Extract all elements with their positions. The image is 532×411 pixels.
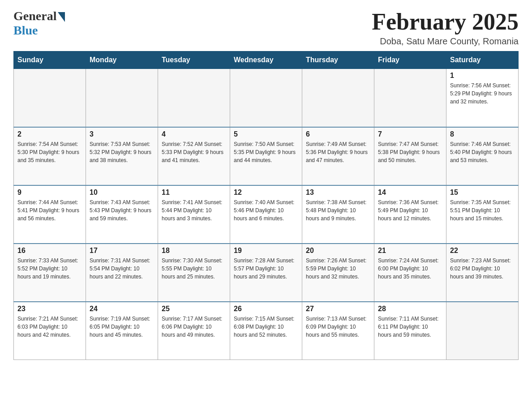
day-number: 14 <box>378 188 442 197</box>
day-info: Sunrise: 7:31 AM Sunset: 5:54 PM Dayligh… <box>90 257 154 281</box>
day-number: 25 <box>162 305 226 313</box>
logo-arrow-icon <box>58 12 65 22</box>
calendar-cell: 21Sunrise: 7:24 AM Sunset: 6:00 PM Dayli… <box>374 244 446 302</box>
day-info: Sunrise: 7:19 AM Sunset: 6:05 PM Dayligh… <box>90 315 154 339</box>
day-number: 16 <box>17 247 82 255</box>
calendar-cell: 27Sunrise: 7:13 AM Sunset: 6:09 PM Dayli… <box>302 302 374 360</box>
day-number: 13 <box>306 188 370 197</box>
calendar-header-row: SundayMondayTuesdayWednesdayThursdayFrid… <box>14 51 519 69</box>
day-number: 5 <box>234 130 298 138</box>
day-number: 12 <box>234 188 298 197</box>
day-number: 15 <box>450 188 515 197</box>
calendar-cell <box>374 69 446 127</box>
calendar-cell: 10Sunrise: 7:43 AM Sunset: 5:43 PM Dayli… <box>86 185 158 244</box>
header-sunday: Sunday <box>14 51 86 69</box>
calendar-week-row: 23Sunrise: 7:21 AM Sunset: 6:03 PM Dayli… <box>14 302 519 360</box>
calendar-cell <box>446 302 519 360</box>
calendar-cell: 4Sunrise: 7:52 AM Sunset: 5:33 PM Daylig… <box>158 127 230 185</box>
day-info: Sunrise: 7:43 AM Sunset: 5:43 PM Dayligh… <box>90 198 154 223</box>
day-number: 7 <box>378 130 442 138</box>
day-number: 21 <box>378 247 442 255</box>
day-number: 19 <box>234 247 298 255</box>
day-number: 11 <box>162 188 226 197</box>
day-info: Sunrise: 7:47 AM Sunset: 5:38 PM Dayligh… <box>378 140 442 164</box>
header-tuesday: Tuesday <box>158 51 230 69</box>
calendar-cell: 6Sunrise: 7:49 AM Sunset: 5:36 PM Daylig… <box>302 127 374 185</box>
day-number: 9 <box>17 188 82 197</box>
day-number: 18 <box>162 247 226 255</box>
calendar-week-row: 1Sunrise: 7:56 AM Sunset: 5:29 PM Daylig… <box>14 69 519 127</box>
calendar-cell: 19Sunrise: 7:28 AM Sunset: 5:57 PM Dayli… <box>230 244 302 302</box>
day-info: Sunrise: 7:41 AM Sunset: 5:44 PM Dayligh… <box>162 198 226 223</box>
day-info: Sunrise: 7:53 AM Sunset: 5:32 PM Dayligh… <box>90 140 154 164</box>
day-number: 17 <box>90 247 154 255</box>
day-info: Sunrise: 7:38 AM Sunset: 5:48 PM Dayligh… <box>306 198 370 223</box>
calendar-cell: 20Sunrise: 7:26 AM Sunset: 5:59 PM Dayli… <box>302 244 374 302</box>
calendar-cell <box>14 69 86 127</box>
header-monday: Monday <box>86 51 158 69</box>
calendar-cell: 26Sunrise: 7:15 AM Sunset: 6:08 PM Dayli… <box>230 302 302 360</box>
page-header: General Blue February 2025 Doba, Satu Ma… <box>13 9 519 47</box>
day-info: Sunrise: 7:33 AM Sunset: 5:52 PM Dayligh… <box>17 257 82 281</box>
calendar-cell: 7Sunrise: 7:47 AM Sunset: 5:38 PM Daylig… <box>374 127 446 185</box>
calendar-cell: 5Sunrise: 7:50 AM Sunset: 5:35 PM Daylig… <box>230 127 302 185</box>
calendar-cell: 1Sunrise: 7:56 AM Sunset: 5:29 PM Daylig… <box>446 69 519 127</box>
day-info: Sunrise: 7:17 AM Sunset: 6:06 PM Dayligh… <box>162 315 226 339</box>
calendar-week-row: 16Sunrise: 7:33 AM Sunset: 5:52 PM Dayli… <box>14 244 519 302</box>
day-number: 8 <box>450 130 515 138</box>
day-info: Sunrise: 7:28 AM Sunset: 5:57 PM Dayligh… <box>234 257 298 281</box>
day-number: 27 <box>306 305 370 313</box>
calendar-cell: 24Sunrise: 7:19 AM Sunset: 6:05 PM Dayli… <box>86 302 158 360</box>
header-wednesday: Wednesday <box>230 51 302 69</box>
day-number: 23 <box>17 305 82 313</box>
day-info: Sunrise: 7:44 AM Sunset: 5:41 PM Dayligh… <box>17 198 82 223</box>
day-info: Sunrise: 7:15 AM Sunset: 6:08 PM Dayligh… <box>234 315 298 339</box>
day-info: Sunrise: 7:21 AM Sunset: 6:03 PM Dayligh… <box>17 315 82 339</box>
calendar-cell: 23Sunrise: 7:21 AM Sunset: 6:03 PM Dayli… <box>14 302 86 360</box>
day-info: Sunrise: 7:26 AM Sunset: 5:59 PM Dayligh… <box>306 257 370 281</box>
month-title: February 2025 <box>372 9 519 34</box>
calendar-week-row: 9Sunrise: 7:44 AM Sunset: 5:41 PM Daylig… <box>14 185 519 244</box>
day-number: 28 <box>378 305 442 313</box>
header-thursday: Thursday <box>302 51 374 69</box>
day-info: Sunrise: 7:54 AM Sunset: 5:30 PM Dayligh… <box>17 140 82 164</box>
header-saturday: Saturday <box>446 51 519 69</box>
logo-general-text: General <box>13 9 56 23</box>
day-info: Sunrise: 7:46 AM Sunset: 5:40 PM Dayligh… <box>450 140 515 164</box>
day-info: Sunrise: 7:56 AM Sunset: 5:29 PM Dayligh… <box>450 81 515 106</box>
day-number: 24 <box>90 305 154 313</box>
day-number: 2 <box>17 130 82 138</box>
logo: General Blue <box>13 9 65 38</box>
day-info: Sunrise: 7:52 AM Sunset: 5:33 PM Dayligh… <box>162 140 226 164</box>
day-info: Sunrise: 7:23 AM Sunset: 6:02 PM Dayligh… <box>450 257 515 281</box>
calendar-week-row: 2Sunrise: 7:54 AM Sunset: 5:30 PM Daylig… <box>14 127 519 185</box>
day-number: 26 <box>234 305 298 313</box>
calendar-cell: 13Sunrise: 7:38 AM Sunset: 5:48 PM Dayli… <box>302 185 374 244</box>
calendar-cell: 2Sunrise: 7:54 AM Sunset: 5:30 PM Daylig… <box>14 127 86 185</box>
day-info: Sunrise: 7:40 AM Sunset: 5:46 PM Dayligh… <box>234 198 298 223</box>
day-number: 22 <box>450 247 515 255</box>
location-subtitle: Doba, Satu Mare County, Romania <box>372 36 519 47</box>
day-info: Sunrise: 7:49 AM Sunset: 5:36 PM Dayligh… <box>306 140 370 164</box>
calendar-cell: 25Sunrise: 7:17 AM Sunset: 6:06 PM Dayli… <box>158 302 230 360</box>
title-section: February 2025 Doba, Satu Mare County, Ro… <box>372 9 519 47</box>
calendar-cell: 8Sunrise: 7:46 AM Sunset: 5:40 PM Daylig… <box>446 127 519 185</box>
day-number: 3 <box>90 130 154 138</box>
calendar-cell: 14Sunrise: 7:36 AM Sunset: 5:49 PM Dayli… <box>374 185 446 244</box>
day-number: 4 <box>162 130 226 138</box>
calendar-cell: 9Sunrise: 7:44 AM Sunset: 5:41 PM Daylig… <box>14 185 86 244</box>
day-info: Sunrise: 7:50 AM Sunset: 5:35 PM Dayligh… <box>234 140 298 164</box>
calendar-cell: 17Sunrise: 7:31 AM Sunset: 5:54 PM Dayli… <box>86 244 158 302</box>
day-number: 20 <box>306 247 370 255</box>
header-friday: Friday <box>374 51 446 69</box>
day-number: 10 <box>90 188 154 197</box>
calendar-cell: 11Sunrise: 7:41 AM Sunset: 5:44 PM Dayli… <box>158 185 230 244</box>
calendar-cell <box>302 69 374 127</box>
calendar-cell <box>230 69 302 127</box>
day-number: 6 <box>306 130 370 138</box>
calendar-cell: 22Sunrise: 7:23 AM Sunset: 6:02 PM Dayli… <box>446 244 519 302</box>
calendar-cell: 16Sunrise: 7:33 AM Sunset: 5:52 PM Dayli… <box>14 244 86 302</box>
calendar-cell <box>158 69 230 127</box>
day-info: Sunrise: 7:24 AM Sunset: 6:00 PM Dayligh… <box>378 257 442 281</box>
calendar-cell: 3Sunrise: 7:53 AM Sunset: 5:32 PM Daylig… <box>86 127 158 185</box>
